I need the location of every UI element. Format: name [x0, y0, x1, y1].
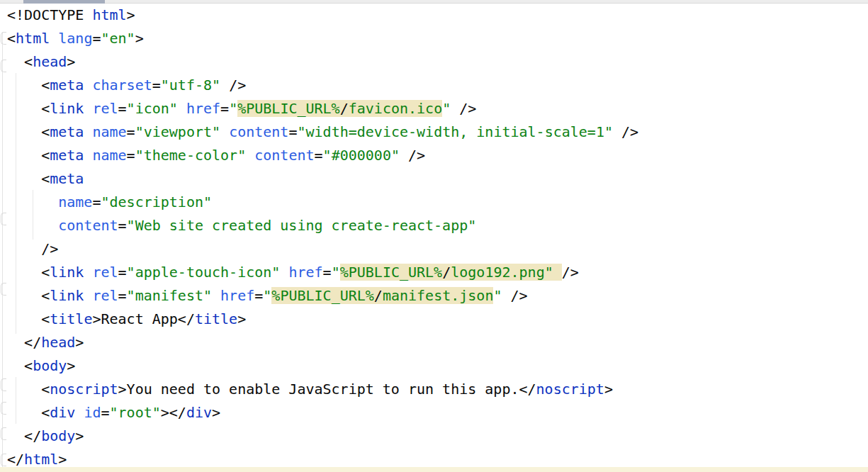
code-token: =: [127, 123, 135, 140]
fold-marker[interactable]: [1, 213, 6, 225]
code-token: content: [254, 147, 314, 164]
fold-marker[interactable]: [1, 60, 6, 72]
code-token: <: [41, 123, 50, 140]
code-token: "icon": [127, 100, 178, 117]
code-line[interactable]: <body>: [7, 354, 638, 378]
code-line[interactable]: <meta charset="utf-8" />: [7, 74, 638, 97]
code-token: <: [24, 357, 33, 374]
code-token: div: [50, 404, 75, 421]
code-token: =: [254, 287, 263, 304]
highlighted-token: /: [442, 264, 451, 281]
code-token: link: [50, 264, 84, 281]
bottom-highlight-band: [0, 467, 868, 472]
code-token: [7, 53, 24, 70]
code-token: =: [220, 100, 229, 117]
highlighted-token: /: [340, 100, 349, 117]
code-line[interactable]: <meta: [7, 167, 638, 191]
fold-marker[interactable]: [1, 402, 6, 415]
code-token: </: [7, 451, 24, 468]
code-token: "Web site created using create-react-app…: [127, 217, 477, 234]
code-line[interactable]: <noscript>You need to enable JavaScript …: [7, 378, 638, 401]
code-area[interactable]: <!DOCTYPE html><html lang="en"> <head> <…: [7, 4, 638, 471]
code-line[interactable]: </head>: [7, 331, 638, 354]
code-token: noscript: [536, 381, 604, 398]
code-line[interactable]: <title>React App</title>: [7, 308, 638, 331]
code-token: lang: [58, 30, 92, 47]
code-token: body: [41, 427, 75, 444]
code-token: "theme-color": [135, 147, 247, 164]
code-line[interactable]: <!DOCTYPE html>: [7, 4, 638, 27]
code-editor: <!DOCTYPE html><html lang="en"> <head> <…: [0, 0, 868, 472]
code-token: <: [41, 404, 50, 421]
code-token: />: [562, 264, 579, 281]
code-token: [7, 334, 24, 351]
code-token: "en": [101, 30, 135, 47]
code-token: </: [178, 310, 195, 327]
code-token: [212, 287, 220, 304]
code-token: [75, 404, 84, 421]
highlighted-token: ": [545, 264, 553, 281]
code-token: [84, 287, 92, 304]
highlighted-token: %PUBLIC_URL%: [340, 264, 443, 281]
highlighted-token: %PUBLIC_URL%: [271, 287, 374, 304]
code-token: [246, 147, 254, 164]
code-token: name: [92, 147, 126, 164]
code-token: >: [127, 6, 135, 23]
code-token: ": [332, 264, 340, 281]
code-token: [7, 240, 41, 257]
code-token: <: [41, 100, 50, 117]
code-token: >: [67, 53, 75, 70]
code-token: =: [92, 30, 101, 47]
code-token: [7, 123, 41, 140]
code-token: =: [118, 100, 127, 117]
code-token: meta: [50, 170, 84, 187]
code-token: >: [75, 334, 84, 351]
code-token: [613, 123, 621, 140]
code-line[interactable]: <meta name="theme-color" content="#00000…: [7, 144, 638, 167]
code-token: [7, 264, 41, 281]
code-token: ": [263, 287, 271, 304]
code-token: charset: [92, 77, 152, 94]
code-line[interactable]: <html lang="en">: [7, 27, 638, 50]
code-token: meta: [50, 77, 84, 94]
code-line[interactable]: <link rel="apple-touch-icon" href="%PUBL…: [7, 261, 638, 284]
code-token: noscript: [50, 381, 118, 398]
code-token: "width=device-width, initial-scale=1": [297, 123, 613, 140]
fold-marker[interactable]: [1, 283, 6, 296]
highlighted-token: logo192.png: [451, 264, 544, 281]
code-line[interactable]: name="description": [7, 191, 638, 214]
code-token: href: [288, 264, 322, 281]
code-line[interactable]: content="Web site created using create-r…: [7, 214, 638, 237]
code-token: [220, 77, 229, 94]
code-token: [50, 30, 58, 47]
code-token: >: [604, 381, 613, 398]
code-token: >: [67, 357, 75, 374]
code-line[interactable]: <head>: [7, 50, 638, 74]
fold-marker[interactable]: [1, 454, 6, 466]
code-line[interactable]: <meta name="viewport" content="width=dev…: [7, 120, 638, 144]
code-token: [84, 100, 92, 117]
code-token: [502, 287, 510, 304]
code-token: title: [50, 310, 92, 327]
code-line[interactable]: />: [7, 237, 638, 261]
code-token: =: [118, 264, 127, 281]
code-token: link: [50, 287, 84, 304]
code-token: =: [152, 77, 161, 94]
code-token: =: [288, 123, 297, 140]
code-token: >: [58, 451, 67, 468]
code-line[interactable]: <div id="root"></div>: [7, 401, 638, 425]
code-token: <: [41, 170, 50, 187]
code-token: [84, 123, 92, 140]
code-token: title: [195, 310, 237, 327]
fold-marker[interactable]: [1, 378, 6, 391]
code-token: content: [58, 217, 118, 234]
code-token: id: [84, 404, 101, 421]
code-line[interactable]: <link rel="icon" href="%PUBLIC_URL%/favi…: [7, 97, 638, 120]
code-line[interactable]: <link rel="manifest" href="%PUBLIC_URL%/…: [7, 284, 638, 308]
code-line[interactable]: </body>: [7, 425, 638, 448]
fold-marker[interactable]: [1, 427, 6, 440]
code-token: "#000000": [323, 147, 400, 164]
code-token: head: [41, 334, 75, 351]
code-token: =: [315, 147, 323, 164]
fold-marker[interactable]: [1, 32, 6, 45]
